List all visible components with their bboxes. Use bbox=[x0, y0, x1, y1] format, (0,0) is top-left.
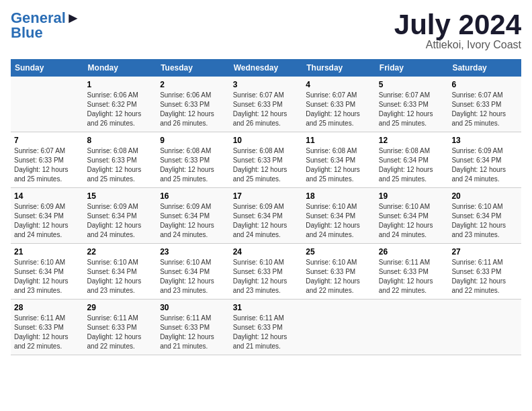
day-info: Sunrise: 6:11 AM Sunset: 6:33 PM Dayligh… bbox=[160, 314, 226, 351]
calendar-cell: 19Sunrise: 6:10 AM Sunset: 6:34 PM Dayli… bbox=[375, 188, 449, 244]
calendar-cell: 20Sunrise: 6:10 AM Sunset: 6:34 PM Dayli… bbox=[448, 188, 521, 244]
day-number: 30 bbox=[160, 303, 226, 312]
calendar-cell: 6Sunrise: 6:07 AM Sunset: 6:33 PM Daylig… bbox=[448, 77, 521, 132]
day-info: Sunrise: 6:07 AM Sunset: 6:33 PM Dayligh… bbox=[451, 91, 518, 128]
day-number: 14 bbox=[14, 191, 81, 201]
day-number: 8 bbox=[87, 136, 154, 145]
day-number: 3 bbox=[233, 80, 300, 89]
day-number: 26 bbox=[379, 247, 445, 257]
day-info: Sunrise: 6:08 AM Sunset: 6:34 PM Dayligh… bbox=[379, 146, 445, 184]
calendar-week-row: 1Sunrise: 6:06 AM Sunset: 6:32 PM Daylig… bbox=[11, 77, 521, 132]
day-info: Sunrise: 6:07 AM Sunset: 6:33 PM Dayligh… bbox=[14, 146, 81, 184]
day-info: Sunrise: 6:07 AM Sunset: 6:33 PM Dayligh… bbox=[306, 91, 372, 128]
calendar-cell: 27Sunrise: 6:11 AM Sunset: 6:33 PM Dayli… bbox=[448, 244, 521, 300]
day-number: 25 bbox=[306, 247, 372, 257]
calendar-cell: 14Sunrise: 6:09 AM Sunset: 6:34 PM Dayli… bbox=[11, 188, 84, 244]
day-info: Sunrise: 6:10 AM Sunset: 6:33 PM Dayligh… bbox=[233, 258, 300, 295]
day-number: 4 bbox=[306, 80, 372, 89]
calendar-table: SundayMondayTuesdayWednesdayThursdayFrid… bbox=[11, 59, 521, 355]
day-number: 31 bbox=[233, 303, 300, 312]
day-number: 5 bbox=[379, 80, 445, 89]
day-number: 23 bbox=[160, 247, 226, 257]
day-number: 13 bbox=[451, 136, 518, 145]
weekday-header: Monday bbox=[84, 59, 157, 77]
day-info: Sunrise: 6:10 AM Sunset: 6:34 PM Dayligh… bbox=[379, 202, 445, 240]
day-info: Sunrise: 6:09 AM Sunset: 6:34 PM Dayligh… bbox=[160, 202, 226, 240]
day-info: Sunrise: 6:10 AM Sunset: 6:34 PM Dayligh… bbox=[160, 258, 226, 295]
calendar-cell: 25Sunrise: 6:10 AM Sunset: 6:33 PM Dayli… bbox=[302, 244, 375, 300]
day-number: 29 bbox=[87, 303, 154, 312]
weekday-header: Thursday bbox=[302, 59, 375, 77]
calendar-cell: 23Sunrise: 6:10 AM Sunset: 6:34 PM Dayli… bbox=[157, 244, 230, 300]
day-number: 21 bbox=[14, 247, 81, 257]
calendar-cell: 10Sunrise: 6:08 AM Sunset: 6:33 PM Dayli… bbox=[230, 132, 303, 188]
day-number: 22 bbox=[87, 247, 154, 257]
day-number: 20 bbox=[451, 191, 518, 201]
day-info: Sunrise: 6:08 AM Sunset: 6:33 PM Dayligh… bbox=[233, 146, 300, 184]
calendar-cell bbox=[11, 77, 84, 132]
calendar-cell: 9Sunrise: 6:08 AM Sunset: 6:33 PM Daylig… bbox=[157, 132, 230, 188]
day-number: 2 bbox=[160, 80, 226, 89]
calendar-cell: 5Sunrise: 6:07 AM Sunset: 6:33 PM Daylig… bbox=[375, 77, 449, 132]
weekday-header: Saturday bbox=[448, 59, 521, 77]
calendar-cell: 8Sunrise: 6:08 AM Sunset: 6:33 PM Daylig… bbox=[84, 132, 157, 188]
calendar-cell: 16Sunrise: 6:09 AM Sunset: 6:34 PM Dayli… bbox=[157, 188, 230, 244]
day-info: Sunrise: 6:11 AM Sunset: 6:33 PM Dayligh… bbox=[233, 314, 300, 351]
calendar-cell: 12Sunrise: 6:08 AM Sunset: 6:34 PM Dayli… bbox=[375, 132, 449, 188]
day-info: Sunrise: 6:11 AM Sunset: 6:33 PM Dayligh… bbox=[14, 314, 81, 351]
calendar-cell: 24Sunrise: 6:10 AM Sunset: 6:33 PM Dayli… bbox=[230, 244, 303, 300]
calendar-week-row: 7Sunrise: 6:07 AM Sunset: 6:33 PM Daylig… bbox=[11, 132, 521, 188]
calendar-cell bbox=[448, 300, 521, 355]
day-info: Sunrise: 6:10 AM Sunset: 6:33 PM Dayligh… bbox=[306, 258, 372, 295]
day-number: 15 bbox=[87, 191, 154, 201]
logo-blue: Blue bbox=[11, 24, 43, 41]
day-info: Sunrise: 6:07 AM Sunset: 6:33 PM Dayligh… bbox=[379, 91, 445, 128]
calendar-cell: 18Sunrise: 6:10 AM Sunset: 6:34 PM Dayli… bbox=[302, 188, 375, 244]
logo: General► Blue bbox=[11, 11, 81, 40]
weekday-header: Sunday bbox=[11, 59, 84, 77]
day-info: Sunrise: 6:09 AM Sunset: 6:34 PM Dayligh… bbox=[233, 202, 300, 240]
day-info: Sunrise: 6:09 AM Sunset: 6:34 PM Dayligh… bbox=[451, 146, 518, 184]
day-info: Sunrise: 6:08 AM Sunset: 6:34 PM Dayligh… bbox=[306, 146, 372, 184]
day-number: 12 bbox=[379, 136, 445, 145]
day-number: 27 bbox=[451, 247, 518, 257]
calendar-cell: 29Sunrise: 6:11 AM Sunset: 6:33 PM Dayli… bbox=[84, 300, 157, 355]
day-number: 16 bbox=[160, 191, 226, 201]
day-info: Sunrise: 6:08 AM Sunset: 6:33 PM Dayligh… bbox=[87, 146, 154, 184]
day-number: 18 bbox=[306, 191, 372, 201]
day-info: Sunrise: 6:06 AM Sunset: 6:33 PM Dayligh… bbox=[160, 91, 226, 128]
calendar-cell: 28Sunrise: 6:11 AM Sunset: 6:33 PM Dayli… bbox=[11, 300, 84, 355]
calendar-week-row: 28Sunrise: 6:11 AM Sunset: 6:33 PM Dayli… bbox=[11, 300, 521, 355]
day-info: Sunrise: 6:10 AM Sunset: 6:34 PM Dayligh… bbox=[306, 202, 372, 240]
day-info: Sunrise: 6:11 AM Sunset: 6:33 PM Dayligh… bbox=[87, 314, 154, 351]
day-number: 9 bbox=[160, 136, 226, 145]
day-info: Sunrise: 6:11 AM Sunset: 6:33 PM Dayligh… bbox=[379, 258, 445, 295]
calendar-week-row: 21Sunrise: 6:10 AM Sunset: 6:34 PM Dayli… bbox=[11, 244, 521, 300]
weekday-header-row: SundayMondayTuesdayWednesdayThursdayFrid… bbox=[11, 59, 521, 77]
day-info: Sunrise: 6:06 AM Sunset: 6:32 PM Dayligh… bbox=[87, 91, 154, 128]
calendar-cell bbox=[302, 300, 375, 355]
weekday-header: Wednesday bbox=[230, 59, 303, 77]
day-info: Sunrise: 6:08 AM Sunset: 6:33 PM Dayligh… bbox=[160, 146, 226, 184]
day-info: Sunrise: 6:10 AM Sunset: 6:34 PM Dayligh… bbox=[451, 202, 518, 240]
page-header: General► Blue July 2024 Attiekoi, Ivory … bbox=[11, 11, 521, 51]
calendar-cell: 1Sunrise: 6:06 AM Sunset: 6:32 PM Daylig… bbox=[84, 77, 157, 132]
calendar-cell: 31Sunrise: 6:11 AM Sunset: 6:33 PM Dayli… bbox=[230, 300, 303, 355]
calendar-cell: 11Sunrise: 6:08 AM Sunset: 6:34 PM Dayli… bbox=[302, 132, 375, 188]
day-number: 1 bbox=[87, 80, 154, 89]
calendar-title: July 2024 bbox=[394, 11, 521, 39]
calendar-cell: 15Sunrise: 6:09 AM Sunset: 6:34 PM Dayli… bbox=[84, 188, 157, 244]
calendar-cell: 17Sunrise: 6:09 AM Sunset: 6:34 PM Dayli… bbox=[230, 188, 303, 244]
calendar-cell: 21Sunrise: 6:10 AM Sunset: 6:34 PM Dayli… bbox=[11, 244, 84, 300]
day-number: 10 bbox=[233, 136, 300, 145]
calendar-cell bbox=[375, 300, 449, 355]
day-info: Sunrise: 6:10 AM Sunset: 6:34 PM Dayligh… bbox=[14, 258, 81, 295]
day-info: Sunrise: 6:11 AM Sunset: 6:33 PM Dayligh… bbox=[451, 258, 518, 295]
calendar-cell: 4Sunrise: 6:07 AM Sunset: 6:33 PM Daylig… bbox=[302, 77, 375, 132]
calendar-cell: 2Sunrise: 6:06 AM Sunset: 6:33 PM Daylig… bbox=[157, 77, 230, 132]
day-number: 11 bbox=[306, 136, 372, 145]
weekday-header: Friday bbox=[375, 59, 449, 77]
day-number: 6 bbox=[451, 80, 518, 89]
calendar-cell: 7Sunrise: 6:07 AM Sunset: 6:33 PM Daylig… bbox=[11, 132, 84, 188]
calendar-week-row: 14Sunrise: 6:09 AM Sunset: 6:34 PM Dayli… bbox=[11, 188, 521, 244]
